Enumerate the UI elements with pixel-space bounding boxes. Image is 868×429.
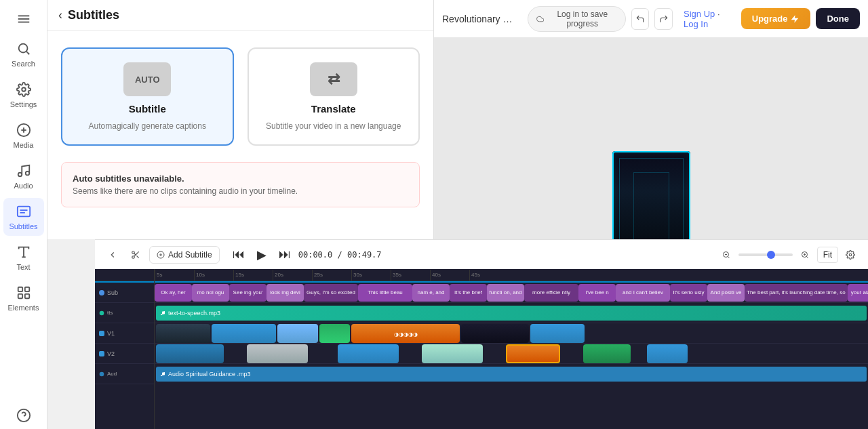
zoom-slider[interactable] <box>738 253 793 256</box>
redo-button[interactable] <box>654 8 673 30</box>
subtitle-clip[interactable]: look ing devi <box>267 284 304 302</box>
sidebar-item-text[interactable]: Text <box>3 239 44 277</box>
sidebar-item-audio[interactable]: Audio <box>3 157 44 195</box>
fit-button[interactable]: Fit <box>817 247 838 263</box>
subtitle-clip[interactable]: more efficie ntly <box>524 284 578 302</box>
video-clip[interactable] <box>506 344 560 363</box>
sidebar-item-search[interactable]: Search <box>3 35 44 73</box>
zoom-out-button[interactable] <box>717 245 736 264</box>
subtitle-track-label: Sub <box>95 283 154 303</box>
video-clip[interactable] <box>319 324 350 343</box>
video-clip[interactable] <box>212 324 276 343</box>
subtitle-clip[interactable]: The best part, it's launching date time,… <box>745 284 848 302</box>
subtitle-clip[interactable]: functi on, and <box>487 284 524 302</box>
svg-rect-18 <box>24 294 28 298</box>
fit-label: Fit <box>823 250 832 260</box>
subtitle-clip[interactable]: See ing you' <box>229 284 267 302</box>
subtitle-clip[interactable]: It's the brief <box>450 284 487 302</box>
cloud-icon <box>536 14 544 24</box>
subtitle-clip[interactable]: and I can't believ <box>616 284 670 302</box>
settings-button[interactable] <box>841 245 860 264</box>
video-preview <box>612 151 690 240</box>
done-button[interactable]: Done <box>816 8 860 29</box>
sidebar-item-label: Text <box>16 263 30 271</box>
subtitle-clip[interactable]: It's serio usly <box>670 284 707 302</box>
svg-point-3 <box>18 44 27 53</box>
sidebar-item-elements[interactable]: Elements <box>3 279 44 317</box>
ruler-mark: 15s <box>233 270 273 281</box>
zoom-in-button[interactable] <box>795 245 814 264</box>
project-title: Revolutionary New ... <box>442 14 517 24</box>
notice-title: Auto subtitles unavailable. <box>73 173 408 184</box>
undo-button[interactable] <box>631 8 650 30</box>
translate-card-desc: Subtitle your video in a new language <box>266 121 401 131</box>
video-clip[interactable] <box>247 344 308 363</box>
subtitle-clip[interactable]: Ok ay, her <box>155 284 192 302</box>
subtitle-clip[interactable]: Guys, I'm so excited <box>304 284 358 302</box>
subtitle-clip[interactable]: I've bee n <box>578 284 616 302</box>
sign-up-link[interactable]: Sign Up <box>684 9 715 19</box>
tts-track: text-to-speech.mp3 <box>155 303 868 323</box>
subtitle-clip[interactable]: mo nol ogu <box>192 284 229 302</box>
back-button[interactable]: ‹ <box>58 8 62 22</box>
upgrade-button[interactable]: Upgrade <box>741 8 811 29</box>
svg-point-27 <box>132 251 135 253</box>
sidebar-item-label: Audio <box>14 182 33 190</box>
svg-point-9 <box>18 173 22 177</box>
play-button[interactable]: ▶ <box>252 245 271 264</box>
sidebar: Search Settings Media Audi <box>0 0 47 429</box>
video-clip[interactable] <box>156 324 210 343</box>
timeline-back-button[interactable] <box>103 245 122 264</box>
svg-point-5 <box>22 87 26 91</box>
add-media-icon <box>16 122 32 138</box>
sidebar-item-menu[interactable] <box>3 5 44 33</box>
video-clip[interactable] <box>647 344 688 363</box>
scissors-icon <box>131 250 140 260</box>
add-subtitle-label: Add Subtitle <box>168 250 212 260</box>
sidebar-item-subtitles[interactable]: Subtitles <box>3 198 44 236</box>
video-clip[interactable] <box>156 344 224 363</box>
tts-label: text-to-speech.mp3 <box>168 310 220 316</box>
video-clip[interactable]: ◑◑◑◑◑ <box>351 324 460 343</box>
log-in-link[interactable]: Log In <box>684 19 708 29</box>
video-clip[interactable] <box>422 344 483 363</box>
video-clip[interactable] <box>338 344 399 363</box>
rewind-button[interactable]: ⏮ <box>229 245 248 264</box>
add-subtitle-button[interactable]: Add Subtitle <box>149 246 220 264</box>
tts-clip[interactable]: text-to-speech.mp3 <box>156 306 867 321</box>
video-track-2-label: V2 <box>95 344 154 364</box>
sidebar-item-media[interactable]: Media <box>3 117 44 155</box>
undo-icon <box>635 14 645 24</box>
svg-rect-11 <box>17 207 29 217</box>
subtitle-clip[interactable]: your alarms becaus <box>848 284 868 302</box>
chevron-left-icon <box>108 250 117 260</box>
subtitle-clip[interactable]: And positi ve <box>707 284 745 302</box>
elements-icon <box>16 285 32 301</box>
track-color-dot <box>99 290 104 295</box>
audio-label: Audio Spiritual Guidance .mp3 <box>168 371 251 377</box>
panel-title: Subtitles <box>68 8 119 22</box>
fast-forward-button[interactable]: ⏭ <box>275 245 294 264</box>
sidebar-item-settings[interactable]: Settings <box>3 76 44 114</box>
ruler-mark: 30s <box>351 270 391 281</box>
video-clip[interactable] <box>277 324 318 343</box>
timeline-section: Add Subtitle ⏮ ▶ ⏭ 00:00.0 / 00:49.7 <box>95 239 868 429</box>
sidebar-item-help[interactable] <box>3 402 44 429</box>
translate-card[interactable]: ⇄ Translate Subtitle your video in a new… <box>248 47 420 146</box>
text-icon <box>16 244 32 260</box>
preview-area <box>434 38 868 239</box>
audio-clip[interactable]: Audio Spiritual Guidance .mp3 <box>156 367 867 382</box>
subtitle-clip[interactable]: nam e, and <box>412 284 450 302</box>
scissors-button[interactable] <box>126 245 145 264</box>
video-clip[interactable] <box>530 324 585 343</box>
subtitle-card[interactable]: AUTO Subtitle Automagically generate cap… <box>61 47 234 146</box>
subtitle-clip[interactable]: This little beau <box>358 284 412 302</box>
translate-icon: ⇄ <box>310 62 357 96</box>
svg-point-44 <box>100 371 104 376</box>
audio-note-icon <box>160 371 165 377</box>
video-clip[interactable] <box>583 344 631 363</box>
svg-rect-17 <box>24 287 28 291</box>
save-progress-button[interactable]: Log in to save progress <box>528 6 626 32</box>
video-clip[interactable] <box>461 324 529 343</box>
music-icon <box>160 310 165 316</box>
